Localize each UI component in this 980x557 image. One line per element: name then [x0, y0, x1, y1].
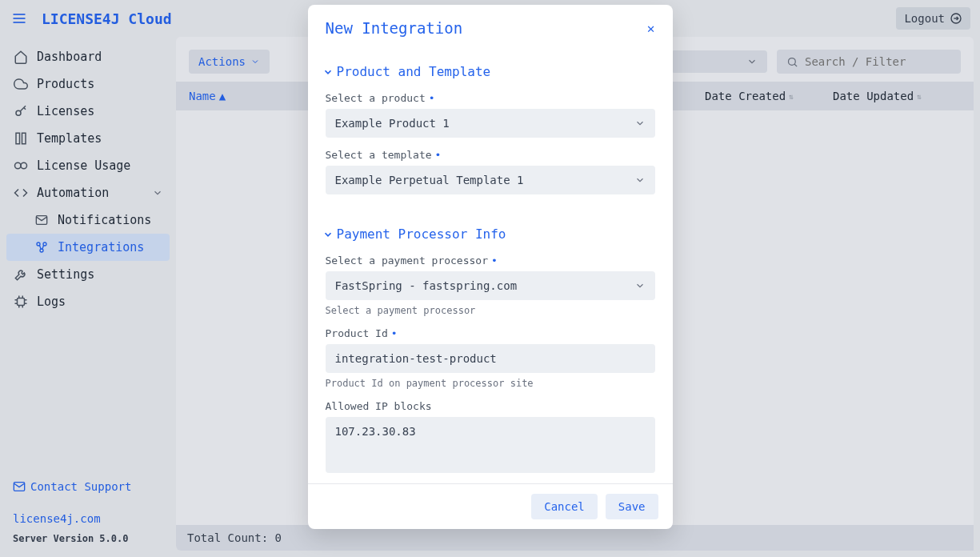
productid-help: Product Id on payment processor site — [326, 378, 655, 389]
ip-textarea[interactable] — [326, 417, 655, 473]
chevron-down-icon — [634, 280, 646, 291]
modal-backdrop: New Integration ✕ Product and Template S… — [0, 0, 980, 557]
chevron-down-icon — [634, 118, 646, 129]
product-select[interactable]: Example Product 1 — [326, 109, 655, 138]
processor-select[interactable]: FastSpring - fastspring.com — [326, 271, 655, 300]
chevron-down-icon — [322, 229, 334, 240]
template-label: Select a template• — [326, 149, 655, 161]
productid-label: Product Id• — [326, 327, 655, 339]
section-product-template[interactable]: Product and Template — [322, 64, 655, 79]
cancel-button[interactable]: Cancel — [531, 494, 598, 519]
modal-title: New Integration — [326, 19, 463, 37]
close-icon[interactable]: ✕ — [647, 21, 655, 36]
ip-label: Allowed IP blocks — [326, 400, 655, 412]
productid-input[interactable]: integration-test-product — [326, 344, 655, 373]
section-payment-processor[interactable]: Payment Processor Info — [322, 226, 655, 242]
processor-help: Select a payment processor — [326, 305, 655, 316]
new-integration-modal: New Integration ✕ Product and Template S… — [308, 5, 673, 529]
template-select[interactable]: Example Perpetual Template 1 — [326, 166, 655, 194]
product-label: Select a product• — [326, 92, 655, 104]
save-button[interactable]: Save — [606, 494, 658, 519]
chevron-down-icon — [322, 66, 334, 78]
processor-label: Select a payment processor• — [326, 254, 655, 266]
chevron-down-icon — [634, 174, 646, 186]
